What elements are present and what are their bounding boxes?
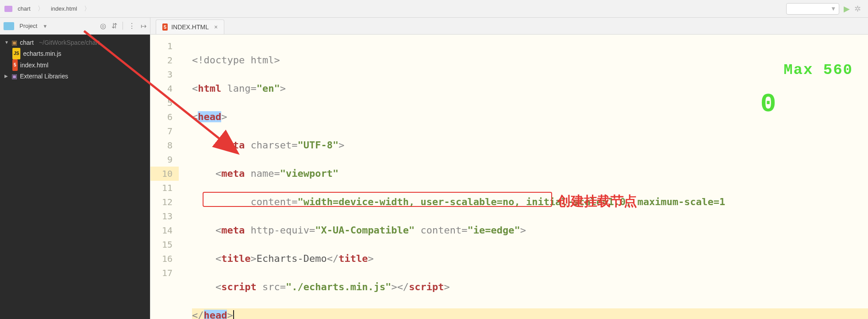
project-icon xyxy=(4,22,14,30)
line-number-current: 10 xyxy=(150,167,179,181)
annotation-max-counter: Max 560 0 xyxy=(684,49,853,144)
project-tree: ▼ ▣ chart ~/GitWorkSpace/chart JS echart… xyxy=(0,35,150,319)
line-number: 5 xyxy=(167,97,173,108)
line-number: 15 xyxy=(162,239,173,250)
run-button[interactable]: ▶ xyxy=(844,4,850,14)
line-number: 2 xyxy=(167,55,173,66)
sidebar-toolbar: Project ▼ ◎ ⇵ ⋮ ↦ xyxy=(0,18,150,35)
code-editor[interactable]: 1 2 3 4 5 6 7 8 9 10 11 12 13 14 15 16 1… xyxy=(150,35,868,319)
settings-icon[interactable]: ⋮ xyxy=(128,22,135,30)
expand-icon[interactable]: ▶ xyxy=(4,71,9,82)
annotation-max-label: Max 560 xyxy=(784,62,853,78)
js-file-icon: JS xyxy=(12,48,20,59)
tree-root-name: chart xyxy=(20,37,34,48)
tree-file-name: echarts.min.js xyxy=(23,48,61,59)
code-body[interactable]: <!doctype html> <html lang="en"> <head> … xyxy=(179,35,868,319)
chevron-down-icon[interactable]: ▼ xyxy=(42,23,47,29)
collapse-all-icon[interactable]: ⇵ xyxy=(111,22,117,30)
line-number: 17 xyxy=(162,268,173,278)
line-number: 9 xyxy=(167,154,173,165)
tree-root-path: ~/GitWorkSpace/chart xyxy=(39,37,100,48)
line-number: 8 xyxy=(167,140,173,151)
line-number: 11 xyxy=(162,183,173,193)
hide-panel-icon[interactable]: ↦ xyxy=(141,22,146,30)
tree-external-libs[interactable]: ▶ ▣ External Libraries xyxy=(0,71,150,82)
external-libs-label: External Libraries xyxy=(20,71,68,82)
html-file-icon: 5 xyxy=(162,23,168,31)
editor-tab-title: INDEX.HTML xyxy=(171,23,209,31)
line-number: 16 xyxy=(162,253,173,264)
breadcrumb-root[interactable]: chart xyxy=(15,4,33,13)
tree-file-name: index.html xyxy=(20,60,49,70)
code-text: <!doctype html> xyxy=(192,54,280,66)
line-number: 13 xyxy=(162,211,173,222)
project-folder-icon xyxy=(4,6,12,12)
chevron-down-icon: ▼ xyxy=(830,5,836,12)
project-sidebar: Project ▼ ◎ ⇵ ⋮ ↦ ▼ ▣ chart ~/GitWorkSpa… xyxy=(0,18,150,319)
line-gutter: 1 2 3 4 5 6 7 8 9 10 11 12 13 14 15 16 1… xyxy=(150,35,179,319)
folder-icon: ▣ xyxy=(12,37,17,48)
library-icon: ▣ xyxy=(12,71,17,82)
locate-icon[interactable]: ◎ xyxy=(100,22,106,30)
tree-root[interactable]: ▼ ▣ chart ~/GitWorkSpace/chart xyxy=(0,37,150,48)
run-config-dropdown[interactable]: ▼ xyxy=(786,3,839,15)
breadcrumb-bar: chart 〉 index.html 〉 ▼ ▶ ✲ xyxy=(0,0,868,18)
editor-tab[interactable]: 5 INDEX.HTML × xyxy=(156,19,224,34)
line-number: 1 xyxy=(167,41,173,51)
html-file-icon: 5 xyxy=(12,59,18,71)
editor-area: 5 INDEX.HTML × 1 2 3 4 5 6 7 8 9 10 11 1… xyxy=(150,18,868,319)
expand-icon[interactable]: ▼ xyxy=(4,37,9,48)
breadcrumb: chart 〉 index.html 〉 xyxy=(4,4,92,13)
close-icon[interactable]: × xyxy=(214,23,218,31)
line-number: 14 xyxy=(162,225,173,236)
separator xyxy=(123,22,123,30)
line-number: 12 xyxy=(162,197,173,207)
text-caret xyxy=(233,310,234,319)
tree-file-js[interactable]: JS echarts.min.js xyxy=(0,48,150,59)
chevron-right-icon: 〉 xyxy=(36,5,46,13)
annotation-max-value: 0 xyxy=(684,93,853,115)
line-number: 6 xyxy=(167,112,173,122)
line-number: 7 xyxy=(167,126,173,136)
tree-file-html[interactable]: 5 index.html xyxy=(0,59,150,71)
line-number: 4 xyxy=(167,83,173,94)
line-number: 3 xyxy=(167,69,173,80)
project-label[interactable]: Project xyxy=(19,23,37,29)
editor-tabbar: 5 INDEX.HTML × xyxy=(150,18,868,35)
debug-button[interactable]: ✲ xyxy=(854,4,861,14)
breadcrumb-file[interactable]: index.html xyxy=(48,4,80,13)
chevron-right-icon: 〉 xyxy=(82,5,92,13)
